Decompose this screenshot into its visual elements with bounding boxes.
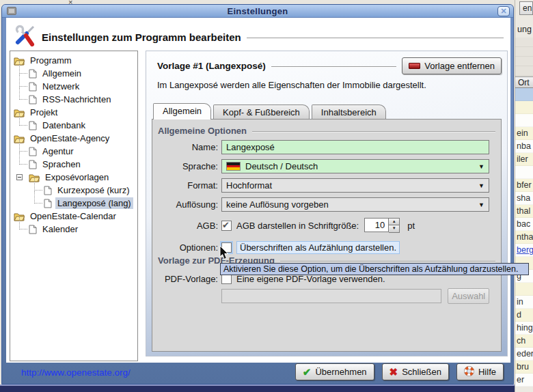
taskbar-strip <box>0 384 515 392</box>
footer-buttons: ✔ Übernehmen ✖ Schließen Hilfe <box>295 363 504 380</box>
template-title-rule <box>271 66 397 68</box>
tools-icon <box>13 25 36 49</box>
chevron-down-icon: ▼ <box>478 201 484 208</box>
tree-item-agentur[interactable]: Agentur <box>10 145 137 158</box>
tree-item-programm[interactable]: Programm <box>10 54 137 67</box>
background-table-row: er <box>515 374 533 387</box>
template-title: Vorlage #1 (Langexposé) <box>157 61 266 71</box>
background-table-row: in <box>515 296 533 309</box>
agb-checkbox[interactable] <box>221 221 232 231</box>
apply-button[interactable]: ✔ Übernehmen <box>295 363 374 380</box>
check-icon: ✔ <box>303 367 312 377</box>
background-text-fragment: ung <box>517 25 532 34</box>
tooltip: Aktivieren Sie diese Option, um die Über… <box>220 263 529 275</box>
agb-row: AGB: AGB darstellen in Schriftgröße: 10 … <box>158 218 489 233</box>
dialog-content: Einstellungen zum Programm bearbeiten Pr… <box>6 18 510 363</box>
choose-file-button[interactable]: Auswahl <box>448 288 489 304</box>
tree-item-openestate-agency[interactable]: OpenEstate-Agency <box>10 132 137 145</box>
window-icon <box>7 7 16 15</box>
help-button[interactable]: Hilfe <box>456 363 504 380</box>
tree-item-sprachen[interactable]: Sprachen <box>10 158 137 171</box>
tab-kopf-fussbereich[interactable]: Kopf- & Fußbereich <box>213 104 310 120</box>
tree-item-datenbank[interactable]: Datenbank <box>10 119 137 132</box>
format-select[interactable]: Hochformat ▼ <box>221 178 489 193</box>
agb-checkbox-label[interactable]: AGB darstellen in Schriftgröße: <box>236 221 359 231</box>
file-icon <box>29 160 37 169</box>
mouse-cursor <box>219 246 229 263</box>
chevron-down-icon: ▼ <box>478 163 484 170</box>
background-table-row: d <box>515 309 533 322</box>
template-tabs: Allgemein Kopf- & Fußbereich Inhaltsbere… <box>153 103 388 120</box>
language-select[interactable]: Deutsch / Deutsch ▼ <box>221 159 489 173</box>
name-label: Name: <box>158 142 218 152</box>
options-checkbox-label[interactable]: Überschriften als Aufzählung darstellen. <box>236 241 400 254</box>
tree-item-kalender[interactable]: Kalender <box>10 223 137 236</box>
openestate-link[interactable]: http://www.openestate.org/ <box>21 367 131 378</box>
background-table-row: thal <box>515 205 533 218</box>
file-icon <box>29 69 37 79</box>
background-button-fragment[interactable]: en <box>519 1 533 15</box>
tree-item-rss-nachrichten[interactable]: RSS-Nachrichten <box>10 93 137 106</box>
background-table-row: ein <box>515 127 533 140</box>
background-table-row: sha <box>515 192 533 205</box>
spinner-down-icon[interactable]: ▼ <box>389 225 400 233</box>
background-table-row: ch <box>515 335 533 348</box>
tree-item-langexpose[interactable]: Langexposé (lang) <box>10 197 137 210</box>
tree-item-kurzexpose[interactable]: Kurzexposé (kurz) <box>10 184 137 197</box>
language-label: Sprache: <box>158 161 218 171</box>
options-label: Optionen: <box>158 242 218 253</box>
close-window-button[interactable]: ✕ <box>497 6 510 16</box>
group-rule <box>252 131 495 132</box>
tab-inhaltsbereich[interactable]: Inhaltsbereich <box>312 104 386 120</box>
lifebuoy-icon <box>464 366 474 378</box>
file-icon <box>29 82 37 92</box>
pdf-template-label: PDF-Vorlage: <box>158 274 218 284</box>
background-table-header: Ort <box>515 76 533 88</box>
resolution-row: Auflösung: keine Auflösung vorgeben ▼ <box>158 197 489 212</box>
x-icon: ✖ <box>390 367 398 377</box>
name-row: Name: Langexposé <box>158 139 489 154</box>
template-description: Im Langexposé werden alle Eigenschaften … <box>157 80 426 90</box>
german-flag-icon <box>226 162 241 171</box>
file-icon <box>29 225 37 234</box>
background-stripes <box>515 38 533 76</box>
dialog-titlebar[interactable]: Einstellungen ✕ <box>2 5 513 18</box>
file-icon <box>29 95 37 104</box>
resolution-select[interactable]: keine Auflösung vorgeben ▼ <box>221 197 489 212</box>
background-table-row <box>515 88 533 101</box>
background-table-row: eder <box>515 348 533 361</box>
tab-content-allgemein: Allgemeine Optionen Name: Langexposé Spr… <box>152 119 502 352</box>
format-row: Format: Hochformat ▼ <box>158 178 489 193</box>
remove-template-button[interactable]: Vorlage entfernen <box>402 57 502 74</box>
pdf-path-input[interactable] <box>221 289 441 303</box>
tree-item-openestate-calendar[interactable]: OpenEstate-Calendar <box>10 210 137 223</box>
background-table-rows: einnbailerbfershathalbacnthaberggindhing… <box>515 88 533 392</box>
font-size-value[interactable]: 10 <box>364 218 389 232</box>
options-row: Optionen: Überschriften als Aufzählung d… <box>158 240 489 255</box>
background-window-strip: en ung Ort einnbailerbfershathalbacnthab… <box>515 0 533 392</box>
font-size-spinner[interactable]: 10 ▲ ▼ <box>364 218 400 233</box>
file-icon <box>44 186 52 195</box>
collapse-expander-icon[interactable] <box>16 174 23 180</box>
settings-dialog: Einstellungen ✕ Einstellungen zum Progra… <box>1 4 514 384</box>
dialog-title: Einstellungen <box>2 5 513 18</box>
group-rule <box>280 261 495 262</box>
background-table-row: bru <box>515 361 533 374</box>
tree-item-allgemein[interactable]: Allgemein <box>10 67 137 80</box>
tree-item-exposevorlagen[interactable]: Exposévorlagen <box>10 171 137 184</box>
agb-label: AGB: <box>158 221 218 231</box>
spinner-up-icon[interactable]: ▲ <box>389 218 400 225</box>
background-table-row <box>515 101 533 114</box>
unit-label: pt <box>407 221 415 231</box>
name-input[interactable]: Langexposé <box>221 140 489 154</box>
pdf-path-row: Auswahl <box>158 288 489 303</box>
file-icon <box>29 121 37 130</box>
tab-allgemein[interactable]: Allgemein <box>153 103 211 120</box>
tree-item-netzwerk[interactable]: Netzwerk <box>10 80 137 93</box>
background-table-row: bac <box>515 218 533 231</box>
background-table-row: ntha <box>515 231 533 244</box>
background-table-row: iler <box>515 153 533 166</box>
background-table-row: hing <box>515 322 533 335</box>
close-button[interactable]: ✖ Schließen <box>382 363 449 380</box>
tree-item-projekt[interactable]: Projekt <box>10 106 137 119</box>
